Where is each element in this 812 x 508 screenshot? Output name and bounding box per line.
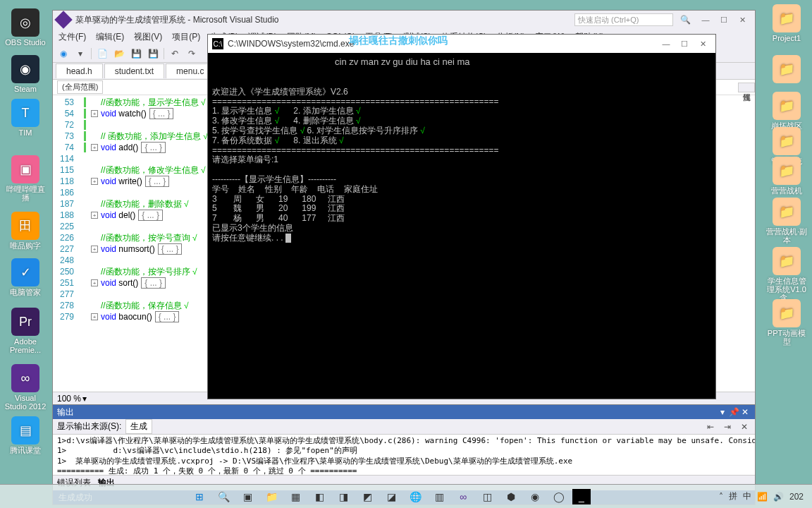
minimize-button[interactable]: —: [697, 13, 714, 26]
output-find-icon[interactable]: ⇤: [704, 421, 717, 433]
back-icon[interactable]: ◉: [57, 47, 70, 60]
taskview-icon[interactable]: ▣: [237, 487, 258, 507]
desktop-shortcut[interactable]: ◎OBS Studio: [4, 8, 47, 47]
output-pin-icon[interactable]: ▾: [717, 407, 728, 417]
output-panel: 输出 ▾ 📌 ✕ 显示输出来源(S): 生成 ⇤ ⇥ ✕ 1>d:\vs编译器\…: [53, 404, 755, 490]
menu-item[interactable]: 视图(V): [134, 31, 162, 43]
scope-dropdown[interactable]: (全局范围): [57, 80, 103, 94]
tray-chevron-icon[interactable]: ˄: [719, 492, 723, 502]
vs-title-text: 菜单驱动的学生成绩管理系统 - Microsoft Visual Studio: [75, 14, 569, 26]
taskbar-app-icon[interactable]: ◪: [381, 487, 402, 507]
cmd-minimize-button[interactable]: —: [658, 37, 675, 50]
menu-item[interactable]: 文件(F): [59, 31, 86, 43]
forward-icon[interactable]: ▾: [74, 47, 87, 60]
ime-overlay-text: 塌往嘎往古撒刺似你吗: [349, 35, 448, 47]
taskbar-app-icon[interactable]: ◫: [476, 487, 498, 507]
output-next-icon[interactable]: ⇥: [721, 421, 734, 433]
edge-icon[interactable]: 🌐: [405, 487, 426, 507]
desktop-folder[interactable]: 📁营营战机: [765, 157, 808, 195]
desktop-folder[interactable]: 📁Project1: [765, 4, 808, 42]
maximize-button[interactable]: ☐: [715, 13, 732, 26]
properties-side-tab[interactable]: 属性: [738, 83, 755, 92]
new-file-icon[interactable]: 📄: [96, 47, 109, 60]
undo-icon[interactable]: ↶: [168, 47, 181, 60]
cmd-titlebar[interactable]: C:\ C:\WINDOWS\system32\cmd.exe 塌往嘎往古撒刺似…: [208, 35, 715, 53]
cmd-output[interactable]: cin zv man zv gu diu ha ci nei ma 欢迎进入《学…: [208, 53, 715, 399]
tray-wifi-icon[interactable]: 📶: [757, 492, 768, 502]
output-content[interactable]: 1>d:\vs编译器\作业程序\菜单驱动的学生成绩管理系统\菜单驱动的学生成绩管…: [53, 435, 755, 475]
desktop-shortcut[interactable]: ▤腾讯课堂: [4, 416, 47, 454]
desktop-shortcut[interactable]: ∞Visual Studio 2012: [4, 364, 47, 411]
cmd-close-button[interactable]: ✕: [694, 37, 711, 50]
search-icon[interactable]: 🔍: [679, 13, 691, 26]
document-tab[interactable]: student.txt: [104, 64, 164, 78]
vs-logo-icon: [54, 11, 72, 28]
quick-launch-input[interactable]: 快速启动 (Ctrl+Q): [574, 13, 673, 26]
output-close-icon[interactable]: ✕: [739, 407, 751, 417]
cmd-window: C:\ C:\WINDOWS\system32\cmd.exe 塌往嘎往古撒刺似…: [207, 34, 716, 399]
menu-item[interactable]: 编辑(E): [96, 31, 124, 43]
vs-titlebar[interactable]: 菜单驱动的学生成绩管理系统 - Microsoft Visual Studio …: [53, 11, 755, 29]
explorer-icon[interactable]: 📁: [261, 487, 282, 507]
desktop-shortcut[interactable]: ◉Steam: [4, 55, 47, 93]
desktop-shortcut[interactable]: TTIM: [4, 99, 47, 137]
output-title-text: 输出: [57, 406, 74, 418]
desktop-shortcut[interactable]: ✓电脑管家: [4, 258, 47, 296]
output-pin2-icon[interactable]: 📌: [728, 407, 739, 417]
taskbar-app-icon[interactable]: ▥: [429, 487, 450, 507]
output-from-label: 显示输出来源(S):: [57, 421, 121, 433]
tray-ime[interactable]: 中: [743, 490, 751, 502]
desktop-shortcut[interactable]: ▣哔哩哔哩直播: [4, 155, 47, 202]
desktop-folder[interactable]: 📁营营战机·副本: [765, 198, 808, 244]
tray-lang[interactable]: 拼: [729, 490, 737, 502]
ime-pinyin-text: cin zv man zv gu diu ha ci nei ma: [335, 57, 469, 68]
save-all-icon[interactable]: 💾: [147, 47, 159, 60]
taskbar-app-icon[interactable]: ▦: [285, 487, 306, 507]
taskbar: ⊞ 🔍 ▣ 📁 ▦ ◧ ◨ ◩ ◪ 🌐 ▥ ∞ ◫ ⬢ ◉ ◯ _ ˄ 拼 中 …: [0, 484, 812, 508]
cmd-maximize-button[interactable]: ☐: [676, 37, 693, 50]
taskbar-app-icon[interactable]: ◨: [333, 487, 354, 507]
output-clear-icon[interactable]: ✕: [738, 421, 751, 433]
vs-taskbar-icon[interactable]: ∞: [453, 487, 474, 507]
close-button[interactable]: ✕: [734, 13, 751, 26]
menu-item[interactable]: 项目(P): [172, 31, 200, 43]
cmd-icon: C:\: [212, 38, 223, 49]
start-button[interactable]: ⊞: [189, 487, 210, 507]
taskbar-app-icon[interactable]: ◉: [524, 487, 546, 507]
zoom-level[interactable]: 100 %: [57, 394, 81, 404]
desktop-folder[interactable]: 📁学生信息管理系统V1.0含...: [765, 247, 808, 302]
tray-volume-icon[interactable]: 🔊: [773, 492, 784, 502]
desktop-folder[interactable]: 📁PPT动画模型: [765, 299, 808, 346]
open-icon[interactable]: 📂: [113, 47, 125, 60]
save-icon[interactable]: 💾: [130, 47, 142, 60]
desktop-shortcut[interactable]: 田唯品购字: [4, 212, 47, 250]
taskbar-app-icon[interactable]: ◯: [548, 487, 570, 507]
cmd-taskbar-icon[interactable]: _: [572, 489, 591, 504]
search-taskbar-icon[interactable]: 🔍: [213, 487, 234, 507]
taskbar-app-icon[interactable]: ◧: [309, 487, 330, 507]
tray-time[interactable]: 202: [789, 492, 804, 502]
taskbar-app-icon[interactable]: ◩: [357, 487, 378, 507]
desktop-folder[interactable]: 📁: [765, 55, 808, 85]
redo-icon[interactable]: ↷: [185, 47, 198, 60]
taskbar-app-icon[interactable]: ⬢: [500, 487, 522, 507]
output-source-select[interactable]: 生成: [125, 419, 152, 434]
document-tab[interactable]: head.h: [56, 64, 103, 78]
desktop-shortcut[interactable]: PrAdobe Premie...: [4, 308, 47, 354]
